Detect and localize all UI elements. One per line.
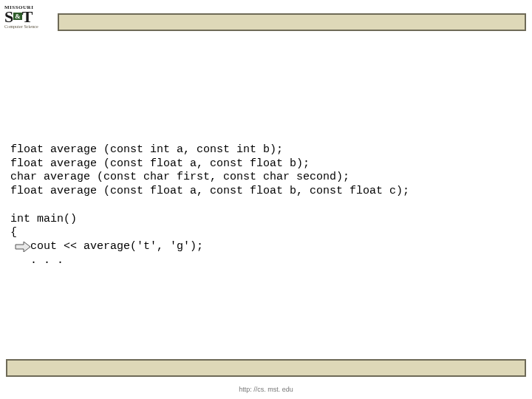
footer-url: http: //cs. mst. edu xyxy=(0,386,532,393)
code-line-4: float average (const float a, const floa… xyxy=(10,185,409,197)
arrow-icon xyxy=(15,242,31,252)
logo: MISSOURI S&T Computer Science xyxy=(4,4,49,37)
header: MISSOURI S&T Computer Science xyxy=(4,4,526,40)
bottom-bar xyxy=(6,359,526,377)
code-block: float average (const int a, const int b)… xyxy=(10,129,525,268)
logo-s: S xyxy=(4,7,13,26)
code-line-7-row: cout << average('t', 'g'); xyxy=(10,240,203,253)
code-line-6: { xyxy=(10,226,17,239)
logo-t: T xyxy=(22,7,33,26)
slide: MISSOURI S&T Computer Science float aver… xyxy=(0,0,532,399)
code-line-5: int main() xyxy=(10,213,77,225)
logo-amp: & xyxy=(13,13,22,20)
code-line-7: cout << average('t', 'g'); xyxy=(10,240,203,253)
code-line-3: char average (const char first, const ch… xyxy=(10,171,349,183)
code-line-2: float average (const float a, const floa… xyxy=(10,157,310,170)
logo-st: S&T xyxy=(4,10,49,24)
code-line-1: float average (const int a, const int b)… xyxy=(10,143,283,156)
title-bar xyxy=(58,13,526,31)
code-line-8: . . . xyxy=(10,254,64,267)
